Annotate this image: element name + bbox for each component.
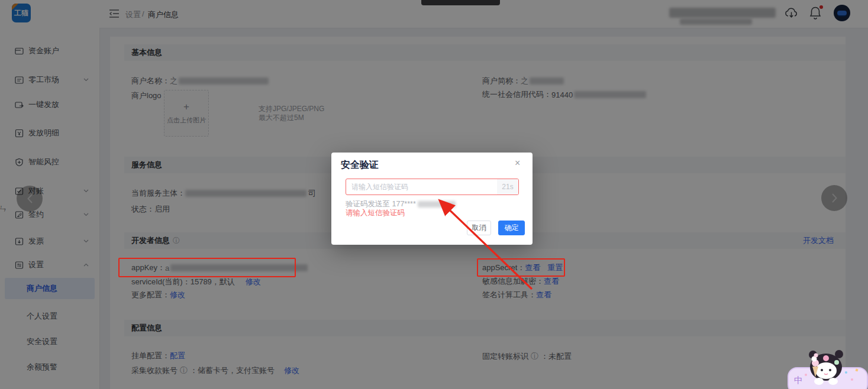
redacted-phone bbox=[418, 201, 456, 208]
countdown-timer: 21s bbox=[497, 179, 518, 194]
annotation-rect-appkey bbox=[118, 258, 296, 277]
validation-error-text: 请输入短信验证码 bbox=[346, 208, 405, 218]
confirm-button[interactable]: 确定 bbox=[498, 221, 525, 235]
sms-code-input[interactable] bbox=[346, 179, 497, 194]
code-sent-prefix: 验证码发送至 177**** bbox=[346, 200, 416, 208]
sms-code-input-wrap: 21s bbox=[346, 179, 519, 195]
merchant-info-page: 工猫 资金账户 零工市场 一键发放 发放明细 智能风控 对账 签约 发票 设置 bbox=[0, 0, 868, 389]
security-verify-modal: 安全验证 × 21s 验证码发送至 177**** 请输入短信验证码 取消 确定 bbox=[331, 153, 533, 245]
modal-title: 安全验证 bbox=[341, 159, 379, 171]
cancel-button[interactable]: 取消 bbox=[467, 221, 491, 235]
annotation-rect-appsecret bbox=[477, 258, 565, 277]
close-icon[interactable]: × bbox=[515, 158, 520, 168]
